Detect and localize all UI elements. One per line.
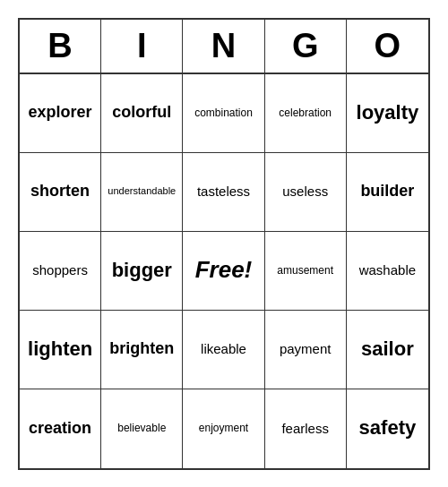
bingo-cell-r2-c0: shoppers [20, 232, 101, 311]
bingo-cell-r0-c3: celebration [265, 74, 347, 153]
bingo-cell-r3-c1: brighten [101, 311, 183, 389]
cell-text-r2-c1: bigger [112, 259, 172, 282]
cell-text-r3-c0: lighten [28, 337, 92, 361]
cell-text-r2-c4: washable [359, 262, 416, 278]
bingo-cell-r4-c1: believable [101, 389, 183, 468]
bingo-cell-r1-c3: useless [265, 153, 347, 232]
header-letter-g: G [265, 20, 347, 73]
cell-text-r2-c3: amusement [277, 264, 333, 277]
bingo-cell-r3-c2: likeable [183, 311, 264, 389]
cell-text-r0-c4: loyalty [357, 101, 419, 124]
cell-text-r0-c2: combination [194, 107, 253, 119]
bingo-cell-r2-c1: bigger [101, 232, 183, 311]
bingo-cell-r2-c4: washable [347, 232, 428, 311]
header-letter-n: N [183, 20, 264, 73]
cell-text-r2-c0: shoppers [32, 262, 88, 278]
cell-text-r1-c4: builder [360, 182, 414, 201]
bingo-grid: explorercolorfulcombinationcelebrationlo… [20, 74, 428, 468]
cell-text-r4-c1: believable [117, 422, 166, 434]
cell-text-r1-c1: understandable [108, 185, 176, 197]
header-letter-i: I [101, 20, 183, 73]
bingo-cell-r2-c2: Free! [183, 232, 264, 311]
bingo-cell-r3-c3: payment [265, 311, 347, 389]
cell-text-r4-c2: enjoyment [199, 422, 248, 434]
bingo-cell-r0-c0: explorer [20, 74, 101, 153]
cell-text-r4-c0: creation [29, 419, 91, 439]
cell-text-r1-c3: useless [282, 184, 328, 200]
bingo-cell-r4-c0: creation [20, 389, 101, 468]
bingo-cell-r4-c4: safety [347, 389, 428, 468]
bingo-cell-r3-c4: sailor [347, 311, 428, 389]
bingo-cell-r4-c3: fearless [265, 389, 347, 468]
bingo-cell-r0-c1: colorful [101, 74, 183, 153]
cell-text-r0-c0: explorer [29, 103, 92, 123]
cell-text-r0-c1: colorful [112, 103, 171, 123]
bingo-cell-r2-c3: amusement [265, 232, 347, 311]
bingo-header: BINGO [20, 20, 428, 74]
bingo-cell-r0-c2: combination [183, 74, 264, 153]
cell-text-r3-c3: payment [280, 341, 332, 357]
bingo-cell-r1-c2: tasteless [183, 153, 264, 232]
cell-text-r3-c4: sailor [361, 337, 414, 361]
cell-text-r4-c3: fearless [281, 421, 329, 437]
cell-text-r3-c1: brighten [109, 339, 174, 359]
header-letter-o: O [347, 20, 428, 73]
cell-text-r4-c4: safety [359, 416, 417, 440]
bingo-cell-r0-c4: loyalty [347, 74, 428, 153]
bingo-cell-r1-c4: builder [347, 153, 428, 232]
header-letter-b: B [20, 20, 101, 73]
cell-text-r3-c2: likeable [201, 341, 246, 357]
cell-text-r1-c2: tasteless [197, 184, 250, 200]
bingo-cell-r1-c1: understandable [101, 153, 183, 232]
cell-text-r1-c0: shorten [30, 182, 90, 201]
bingo-card: BINGO explorercolorfulcombinationcelebra… [18, 18, 430, 470]
bingo-cell-r1-c0: shorten [20, 153, 101, 232]
bingo-cell-r4-c2: enjoyment [183, 389, 264, 468]
cell-text-r2-c2: Free! [195, 256, 253, 284]
cell-text-r0-c3: celebration [279, 107, 332, 119]
bingo-cell-r3-c0: lighten [20, 311, 101, 389]
